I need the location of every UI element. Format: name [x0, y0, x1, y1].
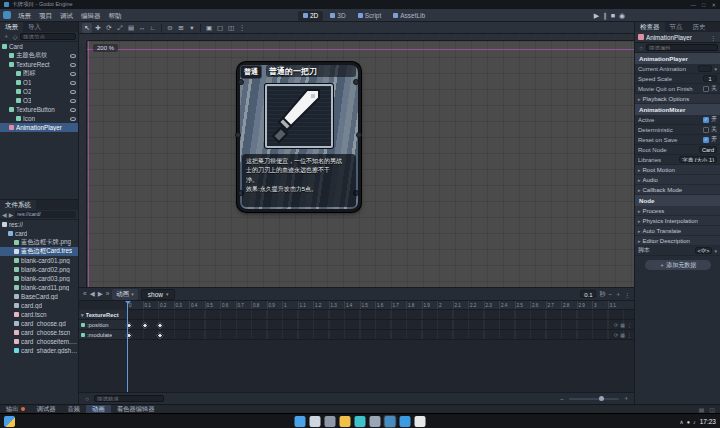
zoom-in-icon[interactable]: ＋ — [622, 395, 630, 403]
close-button[interactable]: ✕ — [711, 2, 716, 8]
inspector-foldable-section[interactable]: ▸Physics Interpolation — [635, 216, 720, 226]
file-item[interactable]: res:// — [0, 220, 78, 229]
timeline-playhead[interactable] — [127, 301, 128, 392]
scene-node[interactable]: O2 — [0, 87, 78, 96]
tab-scene[interactable]: 场景 — [0, 22, 23, 32]
bottom-tab-audio[interactable]: 音频 — [61, 405, 86, 413]
workspace-tab-3d[interactable]: 3D — [325, 11, 350, 21]
file-item[interactable]: BaseCard.gd — [0, 292, 78, 301]
track-name[interactable]: :modulate — [79, 330, 127, 339]
property-checkbox[interactable]: ✓ — [703, 137, 709, 143]
bottom-tab-debugger[interactable]: 调试器 — [31, 405, 62, 413]
property-value[interactable]: Card — [699, 146, 717, 153]
code-editor-icon[interactable] — [400, 416, 411, 427]
weather-widget-icon[interactable] — [4, 416, 15, 427]
track-update-mode-icon[interactable]: ▦ — [620, 322, 625, 328]
file-item[interactable]: blank-card03.png — [0, 274, 78, 283]
track-name[interactable]: ▾TextureRect — [79, 310, 127, 319]
edge-browser-icon[interactable] — [355, 416, 366, 427]
menu-debug[interactable]: 调试 — [56, 9, 77, 22]
inspector-foldable-section[interactable]: ▸Audio — [635, 175, 720, 185]
scene-node[interactable]: TextureRect — [0, 60, 78, 69]
menu-scene[interactable]: 场景 — [14, 9, 35, 22]
file-item[interactable]: 蓝色边框Card.tres — [0, 247, 78, 256]
menu-project[interactable]: 项目 — [35, 9, 56, 22]
go-to-end-icon[interactable]: » — [106, 290, 110, 298]
layout-icon[interactable]: ◫ — [709, 406, 715, 413]
start-button[interactable] — [295, 416, 306, 427]
track-lane[interactable]: ⟳▦⋮ — [127, 320, 634, 329]
tab-history[interactable]: 历史 — [688, 22, 711, 32]
property-checkbox[interactable] — [703, 86, 709, 92]
visibility-toggle-icon[interactable] — [70, 81, 76, 85]
viewport-canvas[interactable]: 200 % 普通 普通的一把刀 这把菜刀很便宜，一位不知名的男战士的刀刃上的血迹… — [87, 41, 634, 287]
visibility-toggle-icon[interactable] — [70, 63, 76, 67]
track-lane[interactable]: ⟳▦⋮ — [127, 330, 634, 339]
scene-node[interactable]: O1 — [0, 78, 78, 87]
group-icon[interactable]: ◫ — [226, 23, 236, 33]
bottom-tab-animation[interactable]: 动画 — [86, 405, 111, 413]
go-to-start-icon[interactable]: « — [83, 290, 87, 298]
ruler-tool-icon[interactable]: ∟ — [148, 23, 158, 33]
expand-panel-icon[interactable]: ▤ — [699, 406, 705, 413]
track-row[interactable]: :modulate⟳▦⋮ — [79, 330, 634, 340]
keyframe-diamond[interactable] — [141, 321, 148, 328]
keyframe-diamond[interactable] — [156, 321, 163, 328]
visibility-toggle-icon[interactable] — [70, 72, 76, 76]
godot-app-icon[interactable] — [385, 416, 396, 427]
more-options-icon[interactable]: ⋮ — [237, 23, 247, 33]
snap-options-icon[interactable]: ▾ — [187, 23, 197, 33]
nav-back-icon[interactable]: ◀ — [2, 211, 7, 218]
property-value[interactable]: 1 — [703, 75, 717, 82]
unlock-icon[interactable]: ▢ — [215, 23, 225, 33]
panel-menu-icon[interactable]: ⋮ — [624, 291, 630, 298]
file-item[interactable]: card_shader.gdshader — [0, 346, 78, 355]
scene-filter-input[interactable] — [20, 33, 76, 40]
move-tool-icon[interactable]: ✚ — [93, 23, 103, 33]
track-lane[interactable] — [127, 310, 634, 319]
instance-scene-button[interactable]: ◇ — [11, 33, 19, 41]
timeline-zoom-slider[interactable] — [569, 398, 619, 400]
game-card[interactable]: 普通 普通的一把刀 这把菜刀很便宜，一位不知名的男战士的刀刃上的血迹永远也擦不干… — [237, 62, 361, 212]
select-tool-icon[interactable]: ↖ — [82, 23, 92, 33]
file-item[interactable]: card_choose.tscn — [0, 328, 78, 337]
timeline-ruler[interactable]: 00.10.20.30.40.50.60.70.80.911.11.21.31.… — [127, 301, 634, 310]
play-icon[interactable]: ▶ — [98, 290, 103, 298]
zoom-indicator[interactable]: 200 % — [93, 44, 118, 52]
minimize-button[interactable]: — — [691, 2, 697, 8]
chat-app-icon[interactable] — [415, 416, 426, 427]
zoom-out-icon[interactable]: − — [608, 291, 612, 297]
nav-forward-icon[interactable]: ▶ — [9, 211, 14, 218]
add-metadata-button[interactable]: ＋ 添加元数据 — [645, 260, 711, 270]
workspace-tab-script[interactable]: Script — [353, 11, 387, 21]
visibility-toggle-icon[interactable] — [70, 117, 76, 121]
rotate-tool-icon[interactable]: ⟳ — [104, 23, 114, 33]
bottom-tab-shader-editor[interactable]: 着色器编辑器 — [111, 405, 161, 413]
track-row[interactable]: :position⟳▦⋮ — [79, 320, 634, 330]
inspector-foldable-section[interactable]: ▸Process — [635, 206, 720, 216]
search-icon[interactable] — [310, 416, 321, 427]
track-name[interactable]: :position — [79, 320, 127, 329]
inspector-filter-input[interactable] — [646, 44, 718, 51]
network-icon[interactable]: ● — [687, 419, 690, 425]
workspace-tab-assetlib[interactable]: AssetLib — [388, 11, 430, 21]
smart-snap-icon[interactable]: ⊙ — [165, 23, 175, 33]
track-menu-icon[interactable]: ⋮ — [627, 322, 632, 328]
tab-import[interactable]: 导入 — [23, 22, 46, 32]
visibility-toggle-icon[interactable] — [70, 54, 76, 58]
inspector-foldable-section[interactable]: ▸Root Motion — [635, 165, 720, 175]
property-value[interactable]: <空> — [695, 247, 713, 254]
tab-inspector[interactable]: 检查器 — [635, 22, 665, 32]
inspector-foldable-section[interactable]: ▸Callback Mode — [635, 185, 720, 195]
animation-menu-button[interactable]: 动画▾ — [112, 289, 138, 300]
grid-snap-icon[interactable]: ⊞ — [176, 23, 186, 33]
maximize-button[interactable]: □ — [702, 2, 705, 8]
file-item[interactable]: card_chooseitem.tscn — [0, 337, 78, 346]
bottom-tab-output[interactable]: 输出 — [0, 405, 31, 413]
scene-node[interactable]: TextureButton — [0, 105, 78, 114]
track-update-mode-icon[interactable]: ▦ — [620, 332, 625, 338]
inspector-foldable-section[interactable]: ▸Auto Translate — [635, 226, 720, 236]
scene-node[interactable]: 主题色底纹 — [0, 51, 78, 60]
scale-tool-icon[interactable]: ⤢ — [115, 23, 125, 33]
track-menu-icon[interactable]: ⋮ — [627, 332, 632, 338]
